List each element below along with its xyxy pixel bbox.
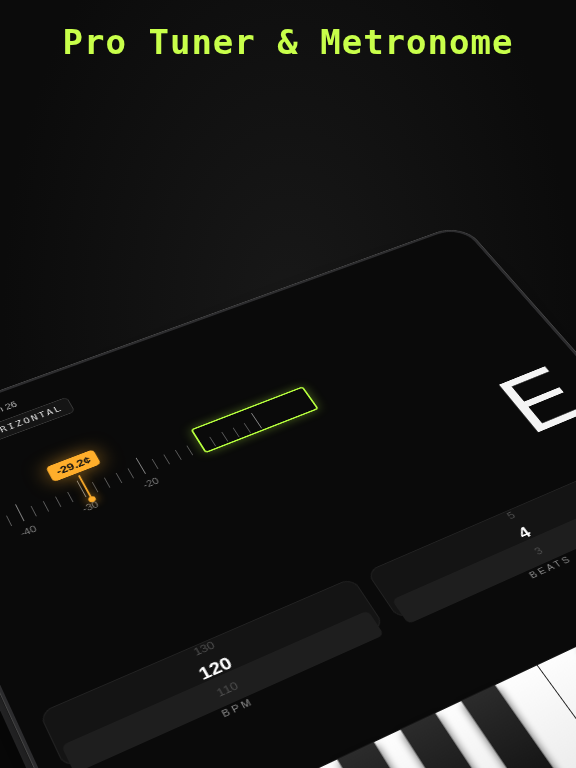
tuner-tick [136,458,146,474]
piano-black-key[interactable]: B♭ [461,685,576,768]
tablet-device-frame: 7:52 PM Wed Jan 26 STYLE: HORIZONTAL -50… [0,223,576,768]
tuner-tick [163,454,170,464]
piano-white-key[interactable] [478,665,576,768]
tuner-tick [6,516,12,527]
piano-white-key[interactable] [356,722,567,768]
bpm-picker[interactable]: 130 120 110 [39,577,385,768]
piano-black-key[interactable]: A♭ [400,713,521,768]
beats-option-above: 5 [504,509,517,521]
tuner-target-zone [191,386,319,453]
bpm-option-above: 130 [191,639,217,659]
tuner-tick [31,506,37,517]
tuner-tick [175,450,182,460]
bpm-label: BPM [69,633,396,768]
tuner-cents-value: -29.2¢ [46,449,101,482]
piano-white-key[interactable] [292,751,500,768]
bpm-option-selected: 120 [195,653,235,684]
tuner-tick [15,504,24,521]
piano-white-key[interactable] [537,638,576,768]
tuner-tick [151,459,158,469]
bpm-option-below: 110 [214,679,241,699]
app-screen: 7:52 PM Wed Jan 26 STYLE: HORIZONTAL -50… [0,226,576,768]
piano-black-key[interactable]: G♭ [338,742,458,768]
tuner-indicator: -29.2¢ [46,449,118,511]
tuner-tick [43,501,49,512]
beats-option-selected: 4 [514,523,535,542]
tuner-ruler[interactable]: -50-40-30-20-29.2¢ [0,298,536,558]
tuner-tick [116,473,123,483]
tuner-tick [128,468,135,478]
tuner-tick [55,496,61,507]
piano-white-key[interactable] [418,693,576,768]
tuner-tick-label: -40 [18,524,38,539]
beats-picker[interactable]: 5 4 3 [366,453,576,620]
tuner-tick [186,445,193,455]
page-title: Pro Tuner & Metronome [0,22,576,62]
tuner-tick-label: -20 [141,476,161,490]
